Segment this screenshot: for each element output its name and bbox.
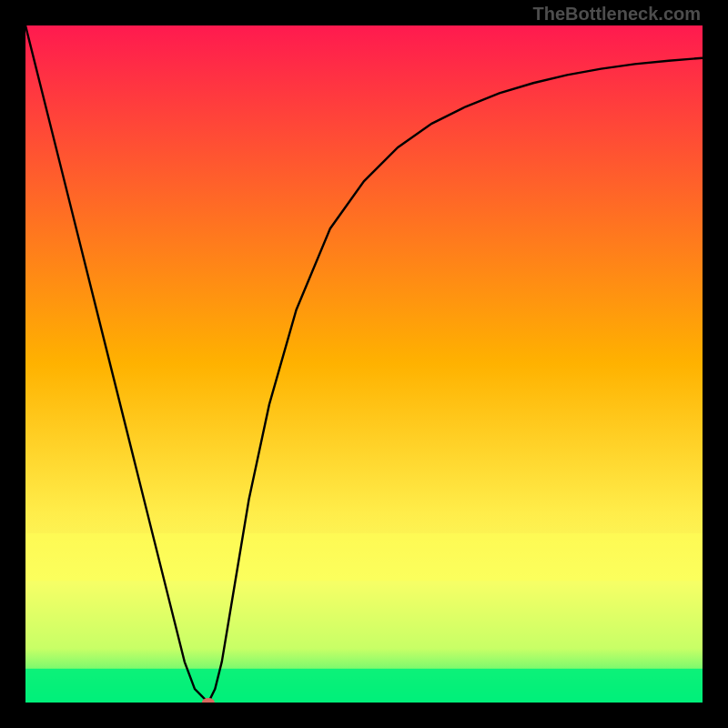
chart-frame <box>25 25 703 703</box>
green-bottom-band <box>25 669 703 703</box>
watermark-text: TheBottleneck.com <box>533 4 701 25</box>
gradient-background <box>25 25 703 703</box>
chart-plot <box>25 25 703 703</box>
yellow-highlight-band <box>25 533 703 581</box>
